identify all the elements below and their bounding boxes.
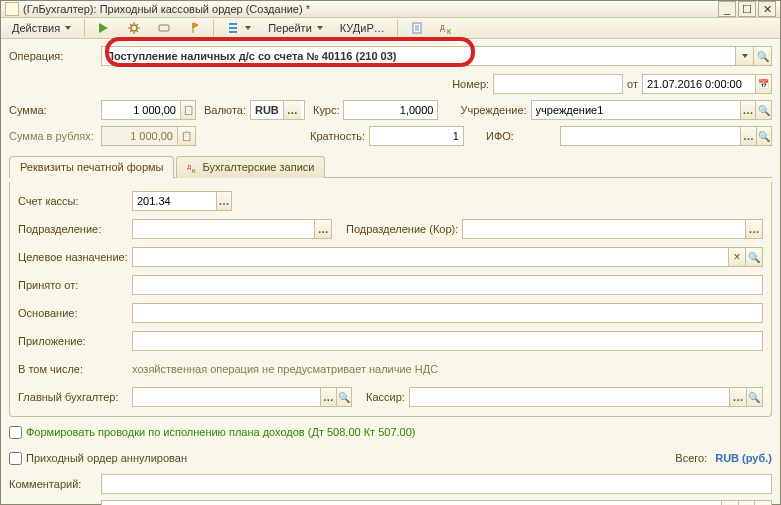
currency-label: Валюта: [204, 104, 246, 116]
chief-search[interactable] [336, 388, 351, 406]
tool-2[interactable] [120, 18, 148, 38]
tabs: Реквизиты печатной формы ДКБухгалтерские… [9, 155, 772, 178]
attach-field[interactable] [132, 331, 763, 351]
sum-calc[interactable] [180, 101, 195, 119]
divkor-pick[interactable]: … [745, 220, 762, 238]
tool-6[interactable] [403, 18, 431, 38]
operation-dropdown[interactable] [735, 47, 753, 65]
sumrub-value: 1 000,00 [102, 127, 177, 145]
comment-input[interactable] [102, 475, 771, 493]
maximize-button[interactable]: ☐ [738, 1, 756, 17]
divkor-input[interactable] [463, 220, 745, 238]
from-field[interactable] [132, 275, 763, 295]
sum-row: Сумма: Валюта: RUB… Курс: Учреждение: … [9, 99, 772, 121]
org-input[interactable] [532, 101, 740, 119]
svg-text:К: К [447, 28, 452, 35]
divkor-field[interactable]: … [462, 219, 763, 239]
executor-pick[interactable]: … [721, 501, 738, 505]
chief-pick[interactable]: … [320, 388, 335, 406]
checkbox-row2: Приходный ордер аннулирован Всего: RUB (… [9, 447, 772, 469]
sumrub-row: Сумма в рублях: 1 000,00 Кратность: ИФО:… [9, 125, 772, 147]
tool-1[interactable] [90, 18, 118, 38]
chief-input[interactable] [133, 388, 320, 406]
rate-input[interactable] [344, 101, 437, 119]
doc-icon [410, 21, 424, 35]
date-picker[interactable] [755, 75, 771, 93]
number-input[interactable] [494, 75, 622, 93]
form-provodki-checkbox[interactable] [9, 426, 22, 439]
attach-input[interactable] [133, 332, 762, 350]
goto-menu[interactable]: Перейти [261, 18, 331, 38]
purpose-clear[interactable] [728, 248, 745, 266]
ifo-field[interactable]: … [560, 126, 772, 146]
operation-search[interactable] [753, 47, 771, 65]
purpose-label: Целевое назначение: [18, 251, 128, 263]
org-pick[interactable]: … [740, 101, 756, 119]
comment-field[interactable] [101, 474, 772, 494]
tool-7[interactable]: ДК [433, 18, 461, 38]
executor-row: Исполнитель: … [9, 499, 772, 505]
operation-field[interactable]: Поступление наличных д/с со счета № 4011… [101, 46, 772, 66]
ifo-input[interactable] [561, 127, 740, 145]
minimize-button[interactable]: _ [718, 1, 736, 17]
executor-search[interactable] [754, 501, 771, 505]
cashier-field[interactable]: … [409, 387, 763, 407]
svg-point-0 [131, 25, 137, 31]
div-field[interactable]: … [132, 219, 332, 239]
sumrub-calc[interactable] [177, 127, 195, 145]
reason-label: Основание: [18, 307, 128, 319]
ifo-pick[interactable]: … [740, 127, 755, 145]
date-input[interactable] [643, 75, 755, 93]
mult-input[interactable] [370, 127, 463, 145]
org-search[interactable] [755, 101, 771, 119]
currency-value: RUB [251, 101, 283, 119]
close-window-button[interactable]: ✕ [758, 1, 776, 17]
mult-field[interactable] [369, 126, 464, 146]
cashier-search[interactable] [746, 388, 762, 406]
cashier-label: Кассир: [366, 391, 405, 403]
executor-clear[interactable] [738, 501, 755, 505]
chief-label: Главный бухгалтер: [18, 391, 128, 403]
number-field[interactable] [493, 74, 623, 94]
tool-3[interactable] [150, 18, 178, 38]
sum-field[interactable] [101, 100, 196, 120]
from-input[interactable] [133, 276, 762, 294]
div-input[interactable] [133, 220, 314, 238]
chief-field[interactable]: … [132, 387, 352, 407]
cashier-pick[interactable]: … [729, 388, 745, 406]
currency-pick[interactable]: … [283, 101, 301, 119]
purpose-search[interactable] [745, 248, 762, 266]
executor-input[interactable] [102, 501, 721, 505]
rate-label: Курс: [313, 104, 339, 116]
div-label: Подразделение: [18, 223, 128, 235]
currency-field[interactable]: RUB… [250, 100, 305, 120]
account-pick[interactable]: … [216, 192, 231, 210]
purpose-field[interactable] [132, 247, 763, 267]
tab-accounting[interactable]: ДКБухгалтерские записи [176, 156, 325, 178]
sum-input[interactable] [102, 101, 180, 119]
svg-rect-2 [229, 23, 237, 25]
tab-print-form[interactable]: Реквизиты печатной формы [9, 156, 174, 178]
executor-field[interactable]: … [101, 500, 772, 505]
tab-body: Счет кассы: … Подразделение: … Подраздел… [9, 182, 772, 417]
app-icon [5, 2, 19, 16]
account-input[interactable] [133, 192, 216, 210]
dk-small-icon: ДК [187, 163, 199, 173]
kud-menu[interactable]: КУДиР… [333, 18, 392, 38]
from-label: от [627, 78, 638, 90]
annul-checkbox[interactable] [9, 452, 22, 465]
rate-field[interactable] [343, 100, 438, 120]
cashier-input[interactable] [410, 388, 729, 406]
ifo-search[interactable] [756, 127, 771, 145]
org-field[interactable]: … [531, 100, 772, 120]
divkor-label: Подразделение (Кор): [346, 223, 458, 235]
tool-4[interactable] [180, 18, 208, 38]
actions-menu[interactable]: Действия [5, 18, 79, 38]
date-field[interactable] [642, 74, 772, 94]
account-field[interactable]: … [132, 191, 232, 211]
div-pick[interactable]: … [314, 220, 331, 238]
tool-5[interactable] [219, 18, 259, 38]
purpose-input[interactable] [133, 248, 728, 266]
reason-field[interactable] [132, 303, 763, 323]
reason-input[interactable] [133, 304, 762, 322]
